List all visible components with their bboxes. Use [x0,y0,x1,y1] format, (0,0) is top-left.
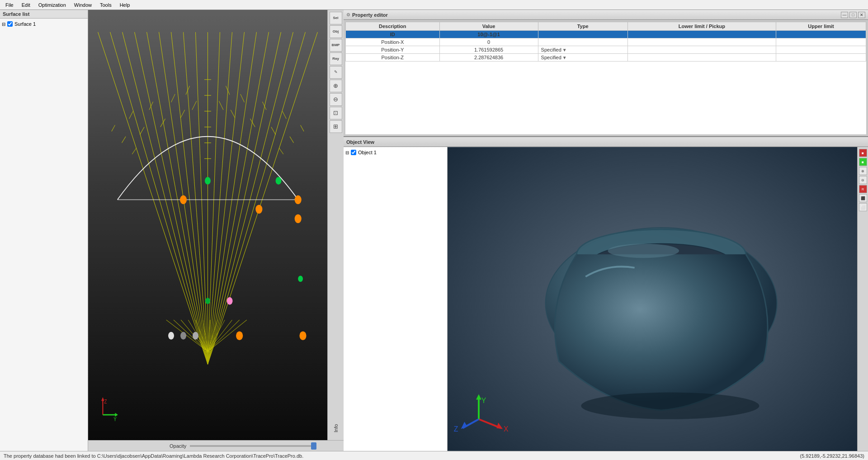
tb-draw-btn[interactable]: ✎ [330,66,342,79]
viewport-toolbar: Sel Obj BMP Ray ✎ ⊕ ⊖ ⊡ ⊞ Info [327,10,344,440]
dropdown-arrow-icon[interactable]: ▼ [562,55,567,60]
object-tree-item[interactable]: ⊟ Object 1 [345,149,445,156]
svg-point-69 [298,275,303,282]
ov-btn-4[interactable]: ⊖ [859,176,867,184]
surface-label: Surface 1 [14,21,36,27]
svg-point-64 [180,195,187,204]
menu-file[interactable]: File [2,1,17,9]
object-tree: ⊟ Object 1 [344,147,448,451]
prop-description: ID [346,31,440,38]
svg-point-61 [295,195,302,204]
prop-lower [627,46,776,54]
opacity-thumb[interactable] [311,442,316,450]
svg-point-73 [168,332,174,340]
object-view-content: ⊟ Object 1 [344,147,868,451]
prop-lower [627,31,776,38]
menu-bar: File Edit Optimization Window Tools Help [0,0,868,10]
menu-edit[interactable]: Edit [18,1,34,9]
menu-tools[interactable]: Tools [96,1,115,9]
table-row[interactable]: Position-Z 2.287624836 Specified ▼ [346,54,866,62]
prop-type[interactable]: Specified ▼ [538,54,627,62]
object-3d-view[interactable]: X Y Z [448,147,857,451]
menu-optimization[interactable]: Optimization [35,1,70,9]
info-label: Info [330,418,342,438]
maximize-btn[interactable]: □ [849,12,857,18]
tb-zoom-out-btn[interactable]: ⊖ [330,93,342,106]
object-view: Object View ⊟ Object 1 [344,137,868,451]
prop-value[interactable]: 1.761592865 [439,46,538,54]
svg-point-62 [295,214,302,223]
surface-list-title: Surface list [0,10,88,19]
tb-obj-btn[interactable]: Obj [330,25,342,38]
type-value: Specified [541,55,561,60]
property-table-container: Description Value Type Lower limit / Pic… [345,22,866,134]
tb-sel-btn[interactable]: Sel [330,12,342,24]
prop-description: Position-Y [346,46,440,54]
table-row[interactable]: Position-X 0 [346,38,866,46]
tb-ray-btn[interactable]: Ray [330,52,342,65]
svg-text:Y: Y [481,397,486,405]
col-value: Value [439,22,538,31]
prop-description: Position-X [346,38,440,46]
expand-icon[interactable]: ⊟ [2,22,5,27]
opacity-label: Opacity [170,443,186,449]
svg-point-74 [227,297,233,305]
ov-btn-5[interactable]: R [859,185,867,193]
prop-type [538,38,627,46]
opacity-bar: Opacity [88,440,344,451]
tb-bmp-btn[interactable]: BMP [330,39,342,52]
prop-upper [776,54,866,62]
prop-type [538,31,627,38]
ov-btn-3[interactable]: ⊕ [859,167,867,175]
close-btn[interactable]: ✕ [858,12,865,18]
dropdown-arrow-icon[interactable]: ▼ [562,47,567,52]
prop-value[interactable]: 10@-1@1 [439,31,538,38]
type-value: Specified [541,47,561,52]
svg-point-70 [205,298,210,304]
svg-point-66 [299,331,306,340]
tb-zoom-box-btn[interactable]: ⊞ [330,120,342,133]
table-row[interactable]: ID 10@-1@1 [346,31,866,38]
ov-btn-7[interactable]: ⬜ [859,203,867,211]
svg-text:Z: Z [104,398,107,404]
prop-description: Position-Z [346,54,440,62]
status-message: The property database had been linked to… [4,453,303,459]
prop-upper [776,46,866,54]
property-editor-title: Property editor [352,12,388,18]
ov-btn-6[interactable]: ⬛ [859,194,867,202]
tb-zoom-in-btn[interactable]: ⊕ [330,80,342,92]
minimize-btn[interactable]: — [841,12,848,18]
object-view-toolbar: ■ ■ ⊕ ⊖ R ⬛ ⬜ [857,147,868,451]
ov-btn-2[interactable]: ■ [859,158,867,166]
statusbar: The property database had been linked to… [0,451,868,460]
prop-lower [627,38,776,46]
opacity-slider[interactable] [190,445,316,447]
col-type: Type [538,22,627,31]
svg-text:Y: Y [113,416,117,422]
tb-fit-btn[interactable]: ⊡ [330,107,342,119]
prop-value[interactable]: 0 [439,38,538,46]
col-upper-limit: Upper limit [776,22,866,31]
surface-checkbox[interactable] [7,21,13,27]
svg-text:Z: Z [454,426,458,433]
surface-list-item[interactable]: ⊟ Surface 1 [2,20,86,28]
surface-list-panel: Surface list ⊟ Surface 1 [0,10,88,451]
svg-point-85 [608,244,679,258]
menu-help[interactable]: Help [116,1,134,9]
table-row[interactable]: Position-Y 1.761592865 Specified ▼ [346,46,866,54]
svg-point-71 [180,332,186,340]
svg-point-86 [581,393,759,419]
property-editor-icon: ⚙ [346,12,350,17]
object-checkbox[interactable] [351,150,356,155]
ov-btn-1[interactable]: ■ [859,149,867,157]
svg-text:X: X [504,426,509,433]
property-editor-titlebar: ⚙ Property editor — □ ✕ [344,10,868,20]
property-editor-window-controls: — □ ✕ [841,12,865,18]
svg-point-72 [193,332,198,340]
prop-value[interactable]: 2.287624836 [439,54,538,62]
menu-window[interactable]: Window [71,1,95,9]
prop-type[interactable]: Specified ▼ [538,46,627,54]
expand-icon[interactable]: ⊟ [345,150,349,155]
svg-point-67 [205,177,211,185]
viewport-canvas[interactable]: Z Y [88,10,327,440]
